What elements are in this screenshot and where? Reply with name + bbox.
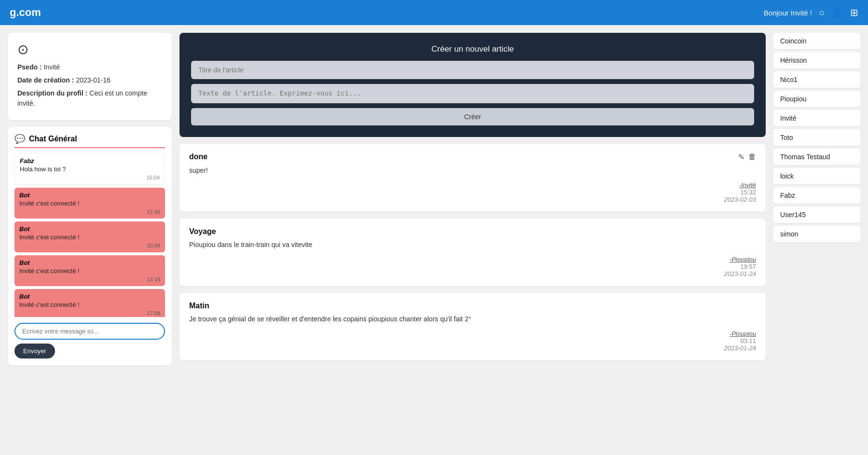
article-title: done [189, 152, 207, 161]
article-body: Je trouve ça génial de se réveiller et d… [189, 314, 756, 324]
profile-description: Description du profil : Ceci est un comp… [17, 88, 162, 109]
center-column: Créer un nouvel article Créer done ✎ 🗑 s… [179, 33, 766, 365]
chat-input[interactable] [14, 323, 165, 340]
chat-title: Chat Général [29, 135, 77, 143]
chat-message: Bot Invité c'est connecté ! 17:42 [14, 188, 165, 219]
user-list-item[interactable]: Coincoin [773, 33, 860, 49]
msg-time: 16:04 [20, 175, 160, 180]
user-list-item[interactable]: User145 [773, 207, 860, 223]
chat-messages: Fabz Hola how is toi ? 16:04 Bot Invité … [14, 153, 165, 317]
article-date: 2023-02-03 [189, 196, 756, 203]
chat-bubble-icon: 💬 [14, 134, 25, 144]
create-article-card: Créer un nouvel article Créer [179, 33, 766, 137]
pseudo-value: Invité [43, 63, 59, 71]
article-date: 2023-01-24 [189, 270, 756, 277]
user-list-item[interactable]: Nico1 [773, 71, 860, 88]
article-author[interactable]: -Pioupiou [189, 256, 756, 263]
user-list-item[interactable]: Toto [773, 129, 860, 146]
profile-card: ⊙ Psedo : Invité Date de création : 2023… [8, 33, 172, 120]
article-card: Voyage Pioupiou dans le train-train qui … [179, 219, 766, 286]
article-title-input[interactable] [191, 61, 754, 79]
chat-message: Fabz Hola how is toi ? 16:04 [14, 153, 165, 185]
article-body: Pioupiou dans le train-train qui va vite… [189, 240, 756, 250]
user-list-item[interactable]: Fabz [773, 187, 860, 204]
article-body: super! [189, 165, 756, 176]
create-article-title: Créer un nouvel article [431, 44, 514, 54]
msg-author: Bot [19, 192, 160, 199]
header-right: Bonjour Invité ! ○ 👤 ⊞ [764, 7, 858, 18]
msg-text: Invité c'est connecté ! [19, 267, 160, 275]
edit-icon[interactable]: ✎ [738, 152, 744, 162]
send-button[interactable]: Envoyer [14, 344, 55, 358]
user-list-item[interactable]: Thomas Testaud [773, 149, 860, 165]
msg-time: 17:08 [19, 310, 160, 316]
article-actions: ✎ 🗑 [738, 152, 756, 162]
article-author[interactable]: -Invité [189, 181, 756, 189]
chat-message: Bot Invité c'est connecté ! 20:04 [14, 221, 165, 252]
article-time: 19:57 [189, 263, 756, 270]
pseudo-label: Psedo : [17, 63, 43, 71]
article-card: Matin Je trouve ça génial de se réveille… [179, 293, 766, 360]
date-label: Date de création : [17, 76, 76, 84]
msg-time: 17:42 [19, 209, 160, 215]
chat-message: Bot Invité c'est connecté ! 17:08 [14, 289, 165, 317]
chat-nav-icon[interactable]: ○ [819, 7, 825, 18]
msg-author: Bot [19, 259, 160, 266]
msg-text: Invité c'est connecté ! [19, 301, 160, 308]
article-card-header: Voyage [189, 227, 756, 236]
article-date: 2023-01-24 [189, 345, 756, 352]
chat-header: 💬 Chat Général [14, 134, 165, 148]
article-meta: -Pioupiou 03:11 2023-01-24 [189, 330, 756, 352]
user-list-item[interactable]: simon [773, 226, 860, 242]
msg-text: Hola how is toi ? [20, 165, 160, 173]
article-meta: -Invité 15:32 2023-02-03 [189, 181, 756, 203]
main-layout: ⊙ Psedo : Invité Date de création : 2023… [0, 0, 868, 373]
articles-container: done ✎ 🗑 super! -Invité 15:32 2023-02-03… [179, 144, 766, 360]
date-value: 2023-01-16 [76, 76, 110, 84]
article-meta: -Pioupiou 19:57 2023-01-24 [189, 256, 756, 277]
user-list-item[interactable]: loick [773, 168, 860, 184]
user-list-item[interactable]: Hérisson [773, 52, 860, 69]
article-title: Matin [189, 302, 209, 310]
create-article-button[interactable]: Créer [191, 108, 754, 125]
profile-pseudo: Psedo : Invité [17, 62, 162, 72]
user-nav-icon[interactable]: 👤 [831, 7, 843, 18]
msg-author: Bot [19, 225, 160, 233]
site-logo: g.com [10, 6, 41, 19]
article-title: Voyage [189, 227, 216, 236]
article-card-header: done ✎ 🗑 [189, 152, 756, 162]
msg-author: Fabz [20, 157, 160, 165]
article-card: done ✎ 🗑 super! -Invité 15:32 2023-02-03 [179, 144, 766, 212]
user-list-item[interactable]: Invité [773, 110, 860, 126]
msg-text: Invité c'est connecté ! [19, 200, 160, 207]
chat-message: Bot Invité c'est connecté ! 13:19 [14, 255, 165, 286]
article-time: 03:11 [189, 337, 756, 345]
article-text-input[interactable] [191, 84, 754, 103]
msg-author: Bot [19, 293, 160, 300]
users-container: CoincoinHérissonNico1PioupiouInvitéTotoT… [773, 33, 860, 242]
delete-icon[interactable]: 🗑 [748, 152, 756, 162]
article-time: 15:32 [189, 189, 756, 196]
left-sidebar: ⊙ Psedo : Invité Date de création : 2023… [8, 33, 172, 365]
right-sidebar: CoincoinHérissonNico1PioupiouInvitéTotoT… [773, 33, 860, 365]
article-author[interactable]: -Pioupiou [189, 330, 756, 337]
msg-text: Invité c'est connecté ! [19, 234, 160, 241]
greeting-text: Bonjour Invité ! [764, 9, 812, 17]
avatar-icon: ⊙ [17, 41, 162, 57]
desc-label: Description du profil : [17, 89, 89, 97]
user-list-item[interactable]: Pioupiou [773, 91, 860, 107]
settings-nav-icon[interactable]: ⊞ [850, 7, 858, 18]
header: g.com Bonjour Invité ! ○ 👤 ⊞ [0, 0, 868, 25]
chat-input-area: Envoyer [14, 323, 165, 358]
article-card-header: Matin [189, 302, 756, 310]
msg-time: 13:19 [19, 276, 160, 282]
profile-date: Date de création : 2023-01-16 [17, 75, 162, 85]
msg-time: 20:04 [19, 243, 160, 248]
chat-card: 💬 Chat Général Fabz Hola how is toi ? 16… [8, 127, 172, 365]
